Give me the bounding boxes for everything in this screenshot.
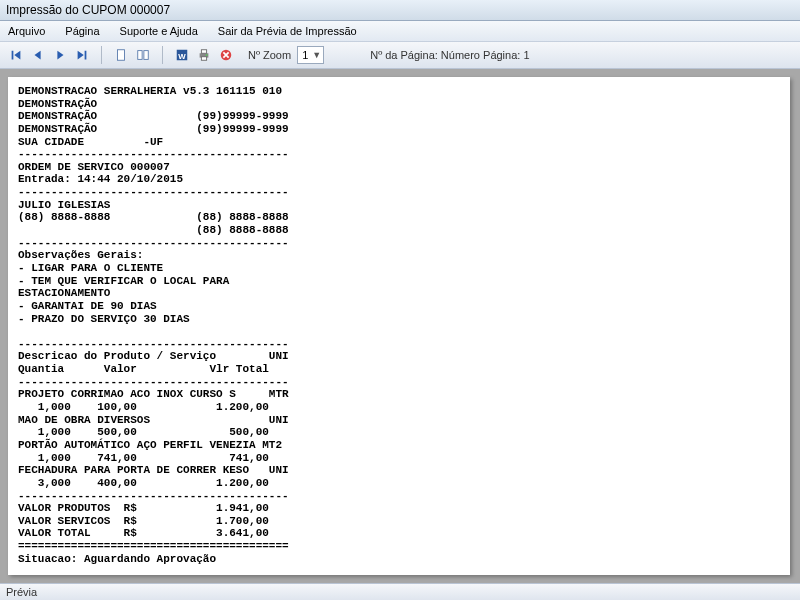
status-text: Prévia [6,586,37,598]
menu-bar: Arquivo Página Suporte e Ajuda Sair da P… [0,21,800,42]
menu-pagina[interactable]: Página [61,23,103,39]
nav-first-icon[interactable] [6,45,26,65]
doc-buttons: W [172,45,236,65]
nav-last-icon[interactable] [72,45,92,65]
nav-buttons [6,45,92,65]
word-export-icon[interactable]: W [172,45,192,65]
nav-next-icon[interactable] [50,45,70,65]
nav-prev-icon[interactable] [28,45,48,65]
menu-arquivo[interactable]: Arquivo [4,23,49,39]
page-view-buttons [111,45,153,65]
svg-rect-1 [138,51,142,60]
toolbar: W Nº Zoom 1 ▼ Nº da Página: Número Págin… [0,42,800,69]
svg-rect-2 [144,51,148,60]
zoom-value: 1 [302,49,308,61]
svg-rect-0 [118,50,125,61]
preview-area: DEMONSTRACAO SERRALHERIA v5.3 161115 010… [0,69,800,583]
svg-text:W: W [178,52,186,61]
svg-point-8 [206,54,208,56]
menu-sair[interactable]: Sair da Prévia de Impressão [214,23,361,39]
print-icon[interactable] [194,45,214,65]
receipt-content: DEMONSTRACAO SERRALHERIA v5.3 161115 010… [18,85,780,575]
single-page-icon[interactable] [111,45,131,65]
two-page-icon[interactable] [133,45,153,65]
page-number-label: Nº da Página: Número Página: 1 [370,49,529,61]
menu-suporte[interactable]: Suporte e Ajuda [116,23,202,39]
window-title-bar: Impressão do CUPOM 000007 [0,0,800,21]
status-bar: Prévia [0,583,800,600]
separator [162,46,163,64]
chevron-down-icon: ▼ [312,50,321,60]
separator [101,46,102,64]
zoom-select[interactable]: 1 ▼ [297,46,324,64]
svg-rect-6 [201,50,206,54]
svg-rect-7 [201,57,206,61]
close-icon[interactable] [216,45,236,65]
zoom-label: Nº Zoom [248,49,291,61]
window-title: Impressão do CUPOM 000007 [6,3,170,17]
print-page: DEMONSTRACAO SERRALHERIA v5.3 161115 010… [8,77,790,575]
